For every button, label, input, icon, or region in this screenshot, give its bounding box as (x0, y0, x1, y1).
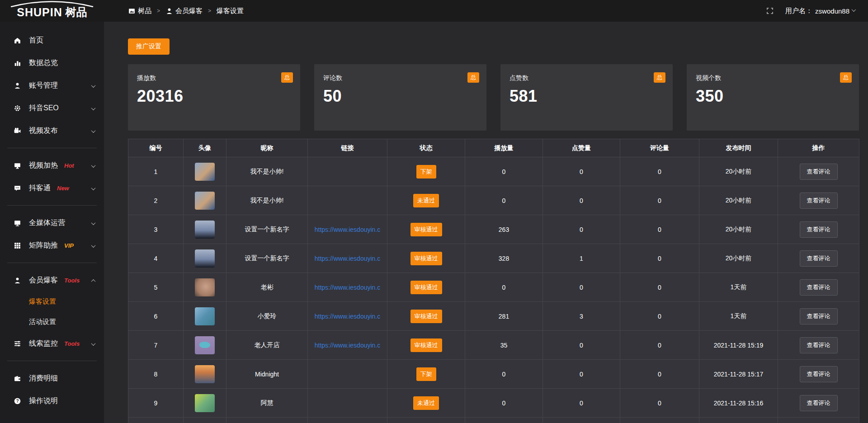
cell-id: 6 (128, 302, 184, 331)
breadcrumb-label: 爆客设置 (217, 7, 244, 15)
cell-nickname: 设置一个新名字 (226, 244, 308, 273)
cell-plays: 35 (465, 331, 543, 360)
promotion-settings-button[interactable]: 推广设置 (128, 38, 170, 55)
sidebar-item[interactable]: 视频发布 (0, 119, 104, 142)
monitor-icon (13, 219, 22, 227)
sidebar-item-label: 全媒体运营 (29, 218, 65, 228)
video-link[interactable]: https://www.iesdouyin.c (315, 313, 381, 320)
view-comments-button[interactable]: 查看评论 (800, 395, 838, 411)
sidebar-subitem[interactable]: 活动设置 (0, 312, 104, 332)
cell-avatar (184, 418, 226, 423)
cell-link: https://www.iesdouyin.c (308, 215, 387, 244)
sidebar-item[interactable]: 数据总览 (0, 52, 104, 74)
chevron-down-icon (92, 81, 95, 89)
cell-comments: 0 (620, 331, 699, 360)
sidebar-item[interactable]: ?操作说明 (0, 390, 104, 412)
view-comments-button[interactable]: 查看评论 (800, 221, 838, 238)
sidebar-item[interactable]: 抖音SEO (0, 97, 104, 119)
sidebar-item[interactable]: 抖客通New (0, 177, 104, 199)
fullscreen-icon[interactable] (766, 7, 774, 14)
sidebar-item[interactable]: 全媒体运营 (0, 212, 104, 234)
total-badge: 总 (467, 72, 479, 83)
table-row: 9阿慧未通过0002021-11-28 15:16查看评论 (128, 389, 859, 418)
cell-status: 审核通过 (387, 244, 465, 273)
view-comments-button[interactable]: 查看评论 (800, 279, 838, 296)
sidebar-item[interactable]: 视频加热Hot (0, 154, 104, 177)
view-comments-button[interactable]: 查看评论 (800, 164, 838, 180)
cell-publish-time: 20小时前 (699, 186, 778, 215)
cell-nickname: 老人开店 (226, 331, 308, 360)
view-comments-button[interactable]: 查看评论 (800, 193, 838, 209)
cell-likes (543, 418, 620, 423)
video-link[interactable]: https://www.iesdouyin.c (315, 342, 381, 349)
breadcrumb-label: 树品 (138, 7, 151, 15)
view-comments-button[interactable]: 查看评论 (800, 366, 838, 382)
sidebar-item-badge: Tools (64, 277, 80, 284)
video-link[interactable]: https://www.iesdouyin.c (315, 226, 381, 233)
cell-link (308, 418, 387, 423)
video-table-wrap: 编号头像昵称链接状态播放量点赞量评论量发布时间操作 1我不是小帅!下架00020… (128, 139, 859, 423)
cell-id: 3 (128, 215, 184, 244)
breadcrumb-item[interactable]: 会员爆客 (165, 7, 203, 15)
cell-avatar (184, 360, 226, 389)
chevron-down-icon (92, 161, 95, 169)
view-comments-button[interactable]: 查看评论 (800, 308, 838, 324)
table-column-header: 评论量 (620, 139, 699, 157)
table-row: 2我不是小帅!未通过00020小时前查看评论 (128, 186, 859, 215)
cell-plays: 0 (465, 186, 543, 215)
cell-nickname: 我不是小帅! (226, 186, 308, 215)
cell-id: 8 (128, 360, 184, 389)
table-row: 5老彬https://www.iesdouyin.c审核通过0001天前查看评论 (128, 273, 859, 302)
cell-nickname: 老彬 (226, 273, 308, 302)
table-row (128, 418, 859, 423)
sidebar-item-label: 数据总览 (29, 58, 58, 68)
stat-card-value: 581 (509, 87, 664, 106)
cell-plays: 0 (465, 389, 543, 418)
stat-card: 播放数20316总 (128, 64, 300, 131)
cell-status: 审核通过 (387, 273, 465, 302)
user-menu[interactable]: 用户名： zswodun88 (785, 7, 855, 15)
chevron-down-icon (92, 127, 95, 135)
avatar (195, 307, 215, 325)
cell-avatar (184, 389, 226, 418)
cell-link (308, 389, 387, 418)
status-badge: 审核通过 (410, 310, 442, 323)
cell-comments: 0 (620, 389, 699, 418)
breadcrumb-item[interactable]: 爆客设置 (217, 7, 244, 15)
cell-publish-time: 20小时前 (699, 215, 778, 244)
sidebar-item[interactable]: 账号管理 (0, 74, 104, 97)
screen-icon (13, 162, 22, 169)
status-badge: 审核通过 (410, 223, 442, 236)
cell-publish-time (699, 418, 778, 423)
sidebar-item[interactable]: 矩阵助推VIP (0, 234, 104, 257)
cell-comments: 0 (620, 186, 699, 215)
stat-card-label: 视频个数 (696, 74, 850, 82)
cell-likes: 0 (543, 389, 620, 418)
sidebar-subitem-active[interactable]: 爆客设置 (0, 291, 104, 312)
sidebar-item[interactable]: 线索监控Tools (0, 332, 104, 355)
table-column-header: 头像 (184, 139, 226, 157)
view-comments-button[interactable]: 查看评论 (800, 337, 838, 353)
table-row: 6小爱玲https://www.iesdouyin.c审核通过281301天前查… (128, 302, 859, 331)
table-row: 7老人开店https://www.iesdouyin.c审核通过35002021… (128, 331, 859, 360)
sidebar-item[interactable]: 消费明细 (0, 367, 104, 390)
cell-comments: 0 (620, 360, 699, 389)
cell-link: https://www.iesdouyin.c (308, 331, 387, 360)
avatar (195, 192, 215, 210)
sidebar-item-label: 矩阵助推 (29, 241, 58, 250)
cell-id: 2 (128, 186, 184, 215)
sidebar-divider (7, 263, 97, 263)
cell-comments (620, 418, 699, 423)
sidebar-item[interactable]: 首页 (0, 29, 104, 52)
gear-icon (13, 104, 22, 112)
cell-plays: 281 (465, 302, 543, 331)
video-link[interactable]: https://www.iesdouyin.c (315, 284, 381, 291)
cell-nickname: 设置一个新名字 (226, 215, 308, 244)
sidebar-item-label: 抖音SEO (29, 103, 59, 113)
logo-arc-icon (8, 1, 96, 7)
stat-card-value: 20316 (137, 87, 291, 106)
video-link[interactable]: https://www.iesdouyin.c (315, 255, 381, 262)
view-comments-button[interactable]: 查看评论 (800, 250, 838, 267)
breadcrumb-item[interactable]: 树品 (128, 7, 151, 15)
sidebar-item[interactable]: 会员爆客Tools (0, 269, 104, 291)
